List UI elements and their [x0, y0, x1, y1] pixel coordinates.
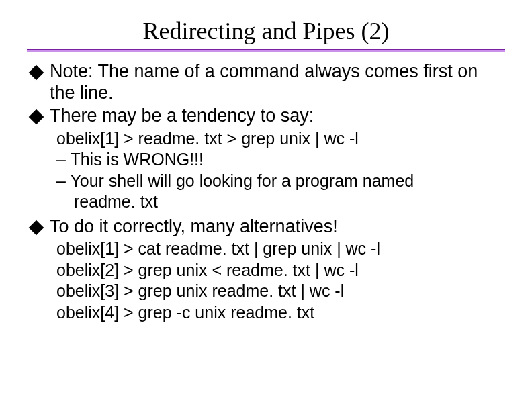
code-line: obelix[4] > grep -c unix readme. txt: [56, 302, 501, 323]
sub-line-cont: readme. txt: [56, 191, 501, 212]
code-line: obelix[1] > cat readme. txt | grep unix …: [56, 238, 501, 259]
diamond-bullet-icon: [29, 220, 44, 235]
title-underline: [27, 49, 505, 52]
bullet-text: Note: The name of a command always comes…: [50, 61, 501, 104]
code-line: obelix[1] > readme. txt > grep unix | wc…: [56, 128, 501, 149]
bullet-item: To do it correctly, many alternatives!: [31, 216, 501, 238]
diamond-bullet-icon: [29, 65, 44, 81]
bullet-text: To do it correctly, many alternatives!: [50, 216, 501, 238]
code-line: obelix[2] > grep unix < readme. txt | wc…: [56, 260, 501, 281]
sub-line: – This is WRONG!!!: [56, 149, 501, 170]
sub-block: obelix[1] > cat readme. txt | grep unix …: [56, 238, 501, 322]
code-line: obelix[3] > grep unix readme. txt | wc -…: [56, 281, 501, 302]
sub-block: obelix[1] > readme. txt > grep unix | wc…: [56, 128, 501, 212]
bullet-item: Note: The name of a command always comes…: [31, 61, 501, 104]
bullet-text: There may be a tendency to say:: [50, 105, 501, 127]
bullet-item: There may be a tendency to say:: [31, 105, 501, 127]
sub-line: – Your shell will go looking for a progr…: [56, 171, 501, 191]
slide-title: Redirecting and Pipes (2): [27, 17, 505, 45]
diamond-bullet-icon: [29, 109, 44, 124]
slide-body: Note: The name of a command always comes…: [27, 61, 505, 322]
